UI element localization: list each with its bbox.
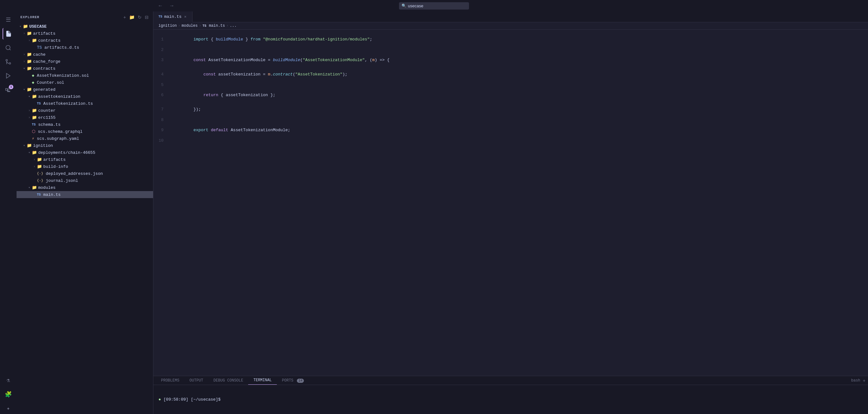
- line-content-7: });: [168, 102, 863, 117]
- artifacts-sub-folder-icon: 📁: [37, 157, 42, 162]
- code-editor[interactable]: 1 import { buildModule } from "@nomicfou…: [153, 30, 868, 376]
- generated-label: generated: [33, 87, 55, 92]
- run-debug-icon[interactable]: [3, 70, 14, 82]
- line-num-3: 3: [153, 58, 168, 62]
- terminal-tab-output[interactable]: OUTPUT: [185, 377, 209, 385]
- sidebar-title: EXPLORER: [20, 15, 39, 19]
- sidebar-item-counter[interactable]: › 📁 counter: [17, 107, 153, 114]
- assettokenization-sub-label: assettokenization: [38, 94, 81, 99]
- puzzle-icon[interactable]: 🧩: [3, 388, 14, 400]
- scs-subgraph-yaml-label: scs.subgraph.yaml: [37, 136, 79, 141]
- search-icon: 🔍: [402, 3, 406, 8]
- erc1155-label: erc1155: [38, 115, 56, 120]
- debug-console-tab-label: DEBUG CONSOLE: [214, 378, 243, 383]
- root-folder-icon: 📁: [23, 24, 28, 29]
- sidebar-item-contracts-sub[interactable]: › 📁 contracts: [17, 37, 153, 44]
- sidebar-item-schema-ts[interactable]: TS schema.ts: [17, 121, 153, 128]
- sidebar-item-deployments[interactable]: ▾ 📁 deployments/chain-46655: [17, 149, 153, 156]
- breadcrumb-ts-icon: TS: [203, 24, 206, 28]
- sidebar-item-main-ts[interactable]: TS main.ts: [17, 191, 153, 198]
- terminal-tab-problems[interactable]: PROBLEMS: [156, 377, 185, 385]
- schema-ts-icon: TS: [32, 123, 36, 126]
- sidebar-item-assettokenization-sub[interactable]: ▾ 📁 assettokenization: [17, 93, 153, 100]
- terminal-tab-bar: PROBLEMS OUTPUT DEBUG CONSOLE TERMINAL P…: [153, 376, 868, 385]
- scs-subgraph-yaml-icon: ⚡: [32, 136, 34, 141]
- sidebar-item-modules[interactable]: ▾ 📁 modules: [17, 184, 153, 191]
- nav-forward-button[interactable]: →: [167, 2, 176, 9]
- svg-marker-4: [6, 73, 10, 78]
- sidebar-item-ignition[interactable]: ▾ 📁 ignition: [17, 142, 153, 149]
- explorer-icon[interactable]: [3, 28, 14, 39]
- flask-icon[interactable]: ⚗: [3, 375, 14, 386]
- sidebar-item-journal-jsonl[interactable]: {·} journal.jsonl: [17, 177, 153, 184]
- line-num-2: 2: [153, 48, 168, 52]
- generated-folder-icon: 📁: [27, 87, 32, 92]
- terminal-tab-debug-console[interactable]: DEBUG CONSOLE: [209, 377, 248, 385]
- breadcrumb-modules[interactable]: modules: [182, 24, 197, 28]
- deployed-addresses-icon: {·}: [37, 172, 43, 175]
- nav-back-button[interactable]: ←: [156, 2, 165, 9]
- tree-root-usecase[interactable]: ▾ 📁 USECASE: [17, 23, 153, 30]
- search-input[interactable]: [399, 2, 469, 9]
- sidebar-item-erc1155[interactable]: › 📁 erc1155: [17, 114, 153, 121]
- ignition-label: ignition: [33, 143, 53, 148]
- search-activity-icon[interactable]: [3, 42, 14, 54]
- sidebar-item-generated[interactable]: ▾ 📁 generated: [17, 86, 153, 93]
- terminal-add-button[interactable]: +: [863, 378, 865, 383]
- sidebar-item-artifacts-sub[interactable]: › 📁 artifacts: [17, 156, 153, 163]
- terminal-tab-ports[interactable]: PORTS 14: [277, 377, 309, 385]
- code-line-1: 1 import { buildModule } from "@nomicfou…: [153, 32, 868, 47]
- source-control-icon[interactable]: [3, 56, 14, 67]
- code-line-3: 3 const AssetTokenizationModule = buildM…: [153, 53, 868, 67]
- contracts-sub-label: contracts: [38, 38, 60, 43]
- terminal-area: PROBLEMS OUTPUT DEBUG CONSOLE TERMINAL P…: [153, 376, 868, 414]
- artifacts-d-ts-icon: TS: [37, 45, 42, 50]
- build-info-folder-icon: 📁: [37, 164, 42, 169]
- sidebar-item-artifacts[interactable]: › 📁 artifacts: [17, 30, 153, 37]
- ports-badge: 14: [297, 379, 304, 383]
- svg-point-3: [6, 60, 8, 61]
- line-content-6: return { assetTokenization };: [168, 88, 863, 102]
- sidebar-item-artifacts-d-ts[interactable]: TS artifacts.d.ts: [17, 44, 153, 51]
- breadcrumb-main-ts[interactable]: main.ts: [209, 24, 225, 28]
- menu-icon[interactable]: ☰: [3, 14, 14, 26]
- assettokenization-ts-label: AssetTokenization.ts: [43, 101, 93, 106]
- erc1155-folder-icon: 📁: [32, 115, 37, 120]
- tab-ts-icon: TS: [158, 15, 162, 19]
- terminal-content[interactable]: ● [09:58:09] [~/usecase]$: [153, 385, 868, 414]
- sidebar-item-build-info[interactable]: › 📁 build-info: [17, 163, 153, 170]
- sidebar-item-cache[interactable]: › 📁 cache: [17, 51, 153, 58]
- collapse-button[interactable]: ⊟: [144, 14, 149, 20]
- nav-controls: ← →: [156, 2, 176, 9]
- line-content-2: [168, 48, 863, 52]
- main-ts-icon: TS: [37, 193, 41, 197]
- deployments-folder-icon: 📁: [32, 150, 37, 155]
- tab-main-ts[interactable]: TS main.ts ✕: [153, 11, 192, 22]
- sidebar-header: EXPLORER + 📁 ↻ ⊟: [17, 11, 153, 23]
- sidebar-item-scs-subgraph-yaml[interactable]: ⚡ scs.subgraph.yaml: [17, 135, 153, 142]
- line-content-9: export default AssetTokenizationModule;: [168, 123, 863, 137]
- output-tab-label: OUTPUT: [190, 378, 203, 383]
- sidebar-item-deployed-addresses[interactable]: {·} deployed_addresses.json: [17, 170, 153, 177]
- root-label: USECASE: [29, 24, 47, 29]
- bot-icon[interactable]: ✦: [3, 403, 14, 414]
- terminal-tab-terminal[interactable]: TERMINAL: [248, 376, 277, 385]
- sidebar-item-contracts[interactable]: ▾ 📁 contracts: [17, 65, 153, 72]
- sidebar-item-assettokenization-sol[interactable]: ◆ AssetTokenization.sol: [17, 72, 153, 79]
- sidebar-item-cache-forge[interactable]: › 📁 cache_forge: [17, 58, 153, 65]
- refresh-button[interactable]: ↻: [137, 14, 142, 20]
- extensions-icon[interactable]: 1: [3, 84, 14, 95]
- sep-1: ›: [178, 24, 180, 28]
- sidebar-item-counter-sol[interactable]: ◆ Counter.sol: [17, 79, 153, 86]
- tab-close-button[interactable]: ✕: [184, 14, 187, 20]
- sidebar-item-scs-schema-graphql[interactable]: ⬡ scs.schema.graphql: [17, 128, 153, 135]
- terminal-command: [09:58:09] [~/usecase]$: [163, 397, 220, 402]
- cache-forge-folder-icon: 📁: [27, 59, 32, 64]
- new-file-button[interactable]: +: [123, 14, 127, 20]
- new-folder-button[interactable]: 📁: [128, 14, 135, 20]
- sidebar-item-assettokenization-ts[interactable]: TS AssetTokenization.ts: [17, 100, 153, 107]
- tab-bar: TS main.ts ✕: [153, 11, 868, 22]
- line-content-10: [168, 138, 863, 143]
- counter-sol-icon: ◆: [32, 80, 34, 85]
- breadcrumb-ignition[interactable]: ignition: [158, 24, 177, 28]
